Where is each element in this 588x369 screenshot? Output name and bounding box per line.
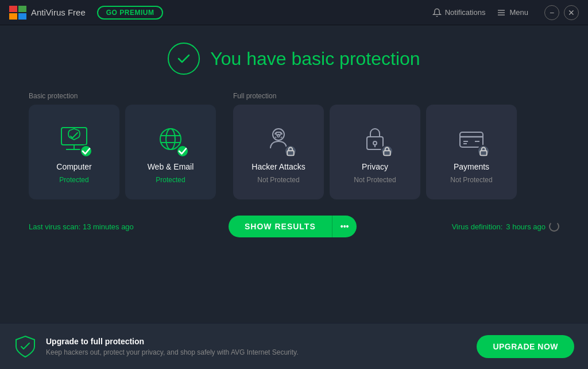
close-button[interactable]: ✕ xyxy=(564,5,579,20)
minimize-button[interactable]: − xyxy=(544,5,559,20)
status-text: You have basic protection xyxy=(210,48,420,70)
privacy-card[interactable]: Privacy Not Protected xyxy=(330,105,420,199)
upgrade-shield-icon xyxy=(14,335,37,358)
more-options-button[interactable]: ••• xyxy=(332,216,357,237)
notifications-button[interactable]: Notifications xyxy=(432,8,486,17)
hacker-attacks-card[interactable]: Hacker Attacks Not Protected xyxy=(233,105,324,199)
show-results-group: SHOW RESULTS ••• xyxy=(229,216,357,237)
payments-lock-badge xyxy=(477,145,490,157)
menu-button[interactable]: Menu xyxy=(497,8,528,17)
virus-def-prefix: Virus definition: xyxy=(452,222,503,231)
payments-icon xyxy=(453,121,490,157)
status-header: You have basic protection xyxy=(29,43,559,75)
svg-point-11 xyxy=(166,129,175,149)
action-bar: Last virus scan: 13 minutes ago SHOW RES… xyxy=(29,216,559,237)
notifications-label: Notifications xyxy=(445,8,486,17)
svg-rect-2 xyxy=(9,13,17,20)
upgrade-title: Upgrade to full protection xyxy=(46,337,467,346)
basic-protection-cards: Computer Protected xyxy=(29,105,216,199)
payments-card[interactable]: Payments Not Protected xyxy=(426,105,517,199)
svg-rect-1 xyxy=(18,6,26,12)
hacker-attacks-icon xyxy=(260,121,297,157)
svg-rect-20 xyxy=(367,137,383,149)
last-scan-info: Last virus scan: 13 minutes ago xyxy=(29,222,134,231)
privacy-card-status: Not Protected xyxy=(354,176,396,184)
computer-card-status: Protected xyxy=(59,176,88,184)
last-scan-time: 13 minutes ago xyxy=(83,222,134,231)
upgrade-banner: Upgrade to full protection Keep hackers … xyxy=(0,323,588,369)
svg-point-18 xyxy=(277,134,280,137)
basic-protection-group: Basic protection xyxy=(29,92,216,199)
privacy-lock-badge xyxy=(381,145,393,157)
last-scan-prefix: Last virus scan: xyxy=(29,222,83,231)
basic-protection-label: Basic protection xyxy=(29,92,216,100)
computer-icon xyxy=(56,121,92,157)
menu-label: Menu xyxy=(509,8,528,17)
title-bar-right: Notifications Menu − ✕ xyxy=(432,5,579,20)
web-email-check-badge xyxy=(176,145,189,157)
virus-def-time: 3 hours ago xyxy=(506,222,546,231)
main-content: You have basic protection Basic protecti… xyxy=(0,25,588,323)
web-email-card-status: Protected xyxy=(156,176,185,184)
go-premium-button[interactable]: GO PREMIUM xyxy=(97,6,164,20)
web-email-icon xyxy=(152,121,189,157)
computer-check-badge xyxy=(80,145,92,157)
svg-point-21 xyxy=(373,141,377,145)
hacker-card-name: Hacker Attacks xyxy=(252,162,305,171)
web-email-card[interactable]: Web & Email Protected xyxy=(125,105,216,199)
status-prefix: You have xyxy=(210,48,291,69)
upgrade-description: Keep hackers out, protect your privacy, … xyxy=(46,348,467,356)
virus-definition-info: Virus definition: 3 hours ago xyxy=(452,221,559,232)
window-controls: − ✕ xyxy=(544,5,579,20)
status-circle xyxy=(168,43,200,75)
cards-wrapper: Basic protection xyxy=(29,92,559,199)
svg-rect-23 xyxy=(384,151,390,155)
computer-card[interactable]: Computer Protected xyxy=(29,105,119,199)
svg-line-16 xyxy=(275,137,276,138)
status-highlight: basic protection xyxy=(292,48,420,69)
privacy-icon xyxy=(357,121,393,157)
title-bar: AntiVirus Free GO PREMIUM Notifications … xyxy=(0,0,588,25)
app-branding: AntiVirus Free GO PREMIUM xyxy=(9,6,163,20)
hacker-lock-badge xyxy=(284,145,297,157)
svg-rect-29 xyxy=(480,151,486,155)
avg-logo xyxy=(9,6,26,20)
svg-line-17 xyxy=(281,137,282,138)
svg-rect-0 xyxy=(9,6,17,12)
upgrade-now-button[interactable]: UPGRADE NOW xyxy=(477,335,574,358)
svg-rect-19 xyxy=(287,151,293,155)
upgrade-text: Upgrade to full protection Keep hackers … xyxy=(46,337,467,356)
show-results-button[interactable]: SHOW RESULTS xyxy=(229,216,332,237)
full-protection-label: Full protection xyxy=(233,92,517,100)
full-protection-group: Full protection xyxy=(233,92,517,199)
svg-rect-3 xyxy=(18,13,26,20)
app-name-label: AntiVirus Free xyxy=(31,7,86,17)
payments-card-status: Not Protected xyxy=(450,176,492,184)
full-protection-cards: Hacker Attacks Not Protected xyxy=(233,105,517,199)
hacker-card-status: Not Protected xyxy=(257,176,299,184)
refresh-icon[interactable] xyxy=(549,221,559,232)
